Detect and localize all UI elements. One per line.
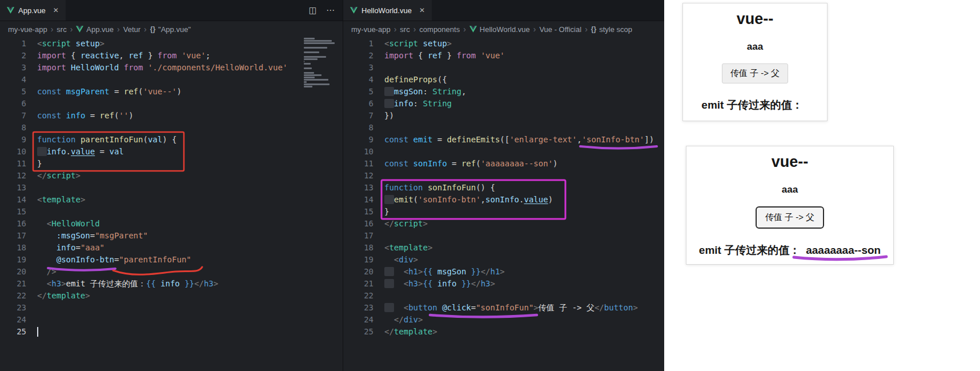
vue-app-render-after: vue-- aaa 传值 子 -> 父 emit 子传过来的值：aaaaaaaa… — [686, 146, 894, 265]
line-number: 14 — [343, 194, 384, 206]
minimap-line — [304, 51, 319, 53]
code-token: , — [577, 135, 581, 144]
code-text: function parentInfoFun(val) { — [37, 134, 176, 146]
code-token: info — [394, 99, 413, 108]
code-text: <template> — [384, 242, 432, 254]
code-token: import — [384, 51, 413, 60]
vscode-editor-area: App.vue ✕ ◫ ⋯ my-vue-app›src›App.vue›Vet… — [0, 0, 664, 371]
code-text: const emit = defineEmits(['enlarge-text'… — [384, 134, 654, 146]
code-token: const — [384, 159, 408, 168]
line-number: 2 — [343, 50, 384, 62]
breadcrumb-item[interactable]: my-vue-app — [8, 25, 47, 34]
code-text: <div> — [384, 254, 418, 266]
code-editor-helloworld-vue[interactable]: 1<script setup>2import { ref } from 'vue… — [343, 37, 664, 338]
code-token: }} — [466, 267, 480, 276]
code-line: 7}) — [343, 110, 664, 122]
code-token: = — [95, 147, 109, 156]
code-token: ( — [476, 159, 480, 168]
code-line: 13function sonInfoFun() { — [343, 182, 664, 194]
breadcrumb-label: style scop — [599, 25, 632, 34]
code-line: 16</script> — [343, 218, 664, 230]
code-line: 5const msgParent = ref('vue--') — [0, 86, 343, 98]
line-number: 5 — [343, 86, 384, 98]
tab-helloworld-vue[interactable]: HelloWorld.vue ✕ — [343, 0, 432, 21]
more-actions-icon[interactable]: ⋯ — [326, 5, 335, 15]
code-token: ({ — [437, 75, 447, 84]
tab-close-icon[interactable]: ✕ — [419, 6, 425, 14]
code-token: }) — [384, 111, 394, 120]
tab-close-icon[interactable]: ✕ — [53, 6, 59, 14]
split-editor-icon[interactable]: ◫ — [309, 5, 317, 15]
code-token: reactive — [81, 51, 119, 60]
code-text: <h3>emit 子传过来的值：{{ info }}</h3> — [37, 278, 218, 290]
tabbar-right: HelloWorld.vue ✕ — [343, 0, 664, 21]
breadcrumb-item[interactable]: App.vue — [76, 25, 114, 34]
tab-app-vue[interactable]: App.vue ✕ — [0, 0, 66, 21]
line-number: 17 — [343, 230, 384, 242]
breadcrumb-item[interactable]: components — [419, 25, 460, 34]
breadcrumb-item[interactable]: src — [400, 25, 409, 34]
code-token: 传值 子 -> 父 — [539, 303, 595, 312]
minimap-line — [304, 61, 304, 62]
code-line: 1<script setup> — [0, 38, 343, 50]
line-number: 1 — [0, 38, 37, 50]
code-token: setup — [75, 39, 99, 48]
breadcrumb-label: "App.vue" — [158, 25, 191, 34]
line-number: 13 — [0, 182, 37, 194]
breadcrumb-item[interactable]: my-vue-app — [351, 25, 391, 34]
code-token: </ — [481, 267, 491, 276]
line-number: 6 — [343, 98, 384, 110]
code-line: 8 — [343, 122, 664, 134]
line-number: 11 — [0, 158, 37, 170]
code-editor-app-vue[interactable]: 1<script setup>2import { reactive, ref }… — [0, 37, 343, 338]
code-text: <button @click="sonInfoFun">传值 子 -> 父</b… — [384, 302, 638, 314]
breadcrumb-item[interactable]: src — [57, 25, 66, 34]
minimap-line — [304, 56, 326, 58]
breadcrumb-separator: › — [51, 25, 54, 34]
code-text: const sonInfo = ref('aaaaaaaa--son') — [384, 158, 558, 170]
code-token: : — [413, 99, 423, 108]
rendered-h3-info: aaa — [686, 184, 893, 196]
breadcrumb-item[interactable]: Vue - Official — [539, 25, 581, 34]
minimap[interactable] — [304, 38, 337, 94]
line-number: 7 — [0, 110, 37, 122]
code-token: defineEmits — [447, 135, 500, 144]
breadcrumb-item[interactable]: Vetur — [123, 25, 140, 34]
minimap-line — [304, 81, 307, 83]
code-token: val — [148, 135, 162, 144]
code-token: = — [447, 159, 461, 168]
minimap-line — [304, 63, 311, 65]
code-text: } — [37, 158, 42, 170]
breadcrumb-separator: › — [585, 25, 588, 34]
code-line: 19 <div> — [343, 254, 664, 266]
code-text: <h3>{{ info }}</h3> — [384, 278, 495, 290]
code-line: 19 @sonInfo-btn="parentInfoFun" — [0, 254, 343, 266]
symbol-braces-icon: {} — [150, 25, 155, 33]
line-number: 16 — [343, 218, 384, 230]
rendered-h3-info: aaa — [683, 41, 827, 53]
line-number: 21 — [343, 278, 384, 290]
code-token: info — [66, 111, 86, 120]
breadcrumb-item[interactable]: {}style scop — [591, 25, 632, 34]
code-token — [423, 183, 427, 192]
code-token: {{ — [423, 279, 437, 288]
line-number: 11 — [343, 158, 384, 170]
code-token: button — [408, 303, 437, 312]
code-line: 4 — [0, 74, 343, 86]
vue-logo-icon — [469, 26, 477, 33]
editor-pane-helloworld-vue: HelloWorld.vue ✕ my-vue-app›src›componen… — [343, 0, 665, 371]
rendered-emit-button[interactable]: 传值 子 -> 父 — [722, 63, 788, 83]
code-token: } — [442, 51, 456, 60]
line-number: 24 — [0, 314, 37, 326]
line-number: 18 — [0, 242, 37, 254]
line-number: 10 — [343, 146, 384, 158]
rendered-emit-button-focused[interactable]: 传值 子 -> 父 — [756, 206, 824, 229]
breadcrumb-item[interactable]: {}"App.vue" — [150, 25, 191, 34]
code-text: import { ref } from 'vue' — [384, 50, 505, 62]
code-token — [384, 87, 394, 96]
breadcrumb-item[interactable]: HelloWorld.vue — [469, 25, 530, 34]
code-text — [37, 326, 38, 338]
code-token: "parentInfoFun" — [119, 255, 191, 264]
code-token: 'sonInfo-btn' — [582, 135, 645, 144]
code-line: 22 — [343, 290, 664, 302]
